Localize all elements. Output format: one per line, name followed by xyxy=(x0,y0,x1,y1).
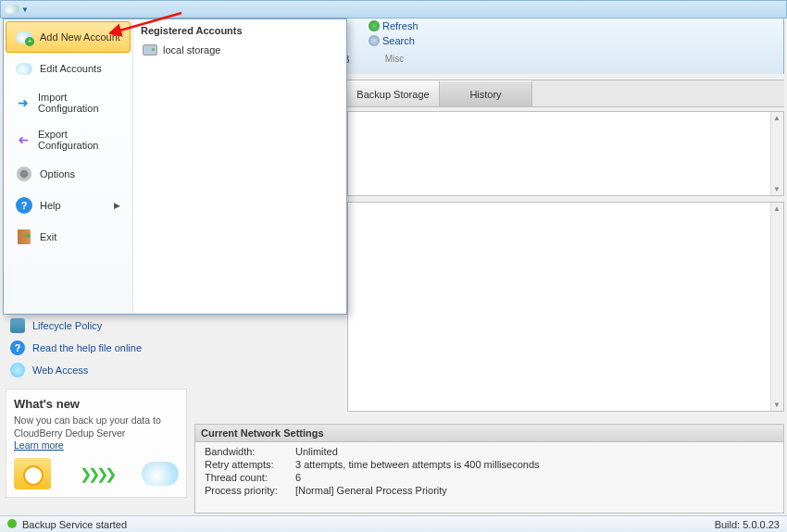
search-icon xyxy=(369,35,380,46)
web-icon xyxy=(10,363,25,377)
menu-item-exit[interactable]: Exit xyxy=(6,221,131,253)
ribbon-group-label: Misc xyxy=(367,54,422,64)
net-key: Process priority: xyxy=(205,485,288,496)
account-item-local-storage[interactable]: local storage xyxy=(141,42,339,58)
ribbon-area: SB Refresh Search Misc xyxy=(347,19,784,74)
cloud-icon xyxy=(16,60,32,77)
tab-label: Backup Storage xyxy=(356,89,429,100)
refresh-icon xyxy=(369,20,380,31)
scrollbar[interactable] xyxy=(770,112,783,195)
registered-accounts-header: Registered Accounts xyxy=(141,25,339,36)
status-bar: Backup Service started Build: 5.0.0.23 xyxy=(0,515,787,532)
build-label: Build: 5.0.0.23 xyxy=(715,519,780,530)
app-menu-popup: Add New Account Edit Accounts ➜ Import C… xyxy=(3,19,347,315)
menu-item-help[interactable]: ? Help ▶ xyxy=(6,190,131,221)
net-key: Thread count: xyxy=(205,472,288,483)
title-bar: ▼ xyxy=(0,0,787,19)
menu-item-label: Help xyxy=(40,200,61,211)
arrow-right-icon: ➜ xyxy=(16,94,31,111)
learn-more-link[interactable]: Learn more xyxy=(14,439,64,451)
whats-new-body: Now you can back up your data to CloudBe… xyxy=(14,414,179,439)
status-text: Backup Service started xyxy=(22,519,127,530)
tab-history[interactable]: History xyxy=(440,80,532,106)
menu-item-label: Export Configuration xyxy=(38,129,120,151)
sidebar-item-label: Lifecycle Policy xyxy=(32,320,102,331)
net-val: 3 attempts, time between attempts is 400… xyxy=(295,459,774,470)
menu-item-label: Edit Accounts xyxy=(40,63,102,74)
account-item-label: local storage xyxy=(163,44,220,56)
drive-icon xyxy=(143,44,157,56)
sidebar-links: Lifecycle Policy ? Read the help file on… xyxy=(3,315,188,381)
network-settings-header: Current Network Settings xyxy=(195,425,783,442)
refresh-label: Refresh xyxy=(382,20,418,31)
whats-new-title: What's new xyxy=(14,397,179,411)
registered-accounts-pane: Registered Accounts local storage xyxy=(133,19,346,314)
cloud-icon xyxy=(142,462,179,486)
search-button[interactable]: Search xyxy=(367,33,422,48)
menu-item-label: Options xyxy=(40,168,75,179)
sidebar-item-label: Web Access xyxy=(32,365,88,376)
arrow-left-icon: ➜ xyxy=(16,131,31,148)
exit-icon xyxy=(16,229,32,245)
gear-icon xyxy=(16,166,32,182)
folder-check-icon: ✔ xyxy=(14,458,51,489)
net-key: Retry attempts: xyxy=(205,459,288,470)
app-cloud-icon xyxy=(5,5,19,14)
sidebar-item-lifecycle[interactable]: Lifecycle Policy xyxy=(3,315,188,337)
menu-item-export-config[interactable]: ➜ Export Configuration xyxy=(6,121,131,158)
help-icon: ? xyxy=(16,197,32,214)
cloud-plus-icon xyxy=(16,29,32,45)
status-led-icon xyxy=(7,519,17,528)
tab-backup-storage[interactable]: Backup Storage xyxy=(347,80,440,106)
app-menu-dropdown-icon[interactable]: ▼ xyxy=(21,6,29,14)
menu-item-label: Import Configuration xyxy=(38,92,120,114)
chevron-right-icon: ▶ xyxy=(114,201,120,210)
net-val: Unlimited xyxy=(295,446,774,457)
menu-item-import-config[interactable]: ➜ Import Configuration xyxy=(6,84,131,121)
menu-item-label: Add New Account xyxy=(40,31,120,43)
app-menu-list: Add New Account Edit Accounts ➜ Import C… xyxy=(4,19,133,314)
menu-item-label: Exit xyxy=(40,231,56,242)
search-label: Search xyxy=(382,35,415,46)
scrollbar[interactable] xyxy=(770,203,783,411)
net-val: [Normal] General Process Priority xyxy=(295,485,774,496)
content-panel-lower xyxy=(347,202,784,412)
secondary-tabs: Backup Storage History xyxy=(347,80,784,107)
whats-new-promo: ✔ ❯❯❯❯ xyxy=(14,458,179,489)
help-icon: ? xyxy=(10,340,25,355)
net-val: 6 xyxy=(295,472,774,483)
lifecycle-icon xyxy=(10,318,25,333)
network-settings-panel: Current Network Settings Bandwidth: Unli… xyxy=(194,424,784,513)
sidebar-item-help-online[interactable]: ? Read the help file online xyxy=(3,337,188,359)
menu-item-edit-accounts[interactable]: Edit Accounts xyxy=(6,53,131,84)
menu-item-add-new-account[interactable]: Add New Account xyxy=(6,21,131,53)
tab-label: History xyxy=(469,89,501,100)
sidebar-item-web-access[interactable]: Web Access xyxy=(3,359,188,381)
whats-new-card: What's new Now you can back up your data… xyxy=(6,389,187,498)
net-key: Bandwidth: xyxy=(205,446,288,457)
content-panel-upper xyxy=(347,111,784,196)
arrows-icon: ❯❯❯❯ xyxy=(80,465,113,483)
refresh-button[interactable]: Refresh xyxy=(367,19,422,33)
menu-item-options[interactable]: Options xyxy=(6,158,131,190)
sidebar-item-label: Read the help file online xyxy=(32,342,142,353)
